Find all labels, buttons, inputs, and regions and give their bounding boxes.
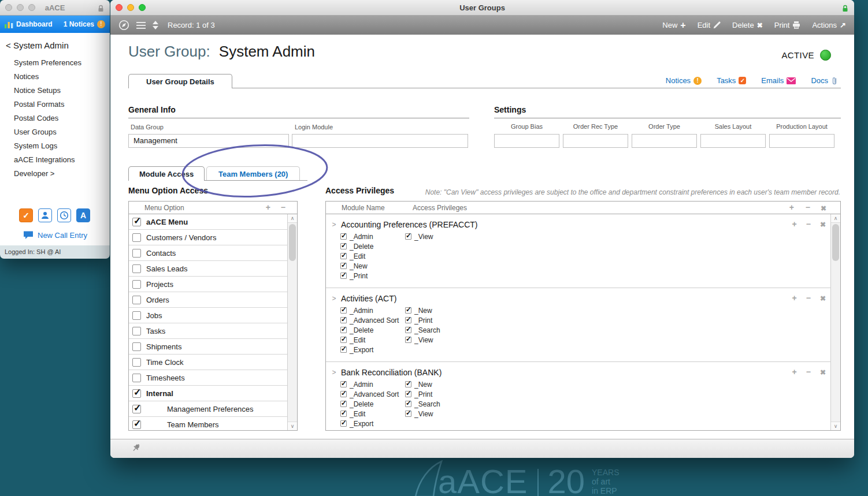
privilege-checkbox[interactable]: ✓: [405, 401, 411, 407]
previous-record-icon[interactable]: [153, 21, 158, 24]
menu-option-row-projects[interactable]: ✓ Projects: [129, 277, 287, 292]
minimize-window-button[interactable]: [17, 4, 24, 11]
privilege-delete[interactable]: ✓ _Delete: [340, 399, 405, 409]
zoom-window-button[interactable]: [139, 4, 146, 11]
privilege-advanced-sort[interactable]: ✓ _Advanced Sort: [340, 389, 405, 399]
list-view-icon[interactable]: [136, 22, 146, 29]
privilege-checkbox[interactable]: ✓: [340, 273, 347, 279]
menu-option-checkbox[interactable]: ✓: [132, 233, 141, 242]
menu-option-checkbox[interactable]: ✓: [132, 218, 141, 226]
privilege-checkbox[interactable]: ✓: [340, 420, 347, 427]
scrollbar-thumb[interactable]: [832, 224, 839, 261]
privilege-checkbox[interactable]: ✓: [405, 337, 411, 343]
scroll-down-button[interactable]: ∨: [288, 422, 297, 430]
privilege-checkbox[interactable]: ✓: [405, 411, 411, 417]
privilege-delete[interactable]: ✓ _Delete: [340, 241, 405, 251]
privilege-checkbox[interactable]: ✓: [405, 317, 411, 323]
scrollbar-thumb[interactable]: [289, 224, 296, 261]
sidebar-titlebar[interactable]: aACE: [0, 0, 110, 16]
sidebar-item-aace-integrations[interactable]: aACE Integrations: [0, 152, 110, 166]
record-stepper[interactable]: [153, 21, 158, 29]
privilege-new[interactable]: ✓ _New: [340, 261, 405, 271]
edit-button[interactable]: Edit: [698, 21, 721, 29]
privilege-view[interactable]: ✓ _View: [405, 409, 440, 419]
privilege-checkbox[interactable]: ✓: [340, 346, 347, 353]
data-group-field[interactable]: Management: [128, 134, 289, 148]
sidebar-item-notice-setups[interactable]: Notice Setups: [0, 83, 110, 97]
menu-option-row-internal[interactable]: ✓ Internal: [129, 386, 287, 401]
menu-option-checkbox[interactable]: ✓: [132, 420, 141, 429]
menu-option-row-management-preferences[interactable]: ✓ Management Preferences: [129, 401, 287, 417]
settings-field-sales-layout[interactable]: [700, 134, 766, 148]
tab-user-group-details[interactable]: User Group Details: [128, 74, 232, 88]
menu-option-checkbox[interactable]: ✓: [132, 264, 141, 273]
privilege-checkbox[interactable]: ✓: [340, 233, 347, 240]
privilege-checkbox[interactable]: ✓: [405, 307, 411, 314]
privilege-edit[interactable]: ✓ _Edit: [340, 251, 405, 261]
minimize-window-button[interactable]: [127, 4, 134, 11]
add-menu-option-button[interactable]: +: [266, 203, 270, 212]
menu-option-checkbox[interactable]: ✓: [132, 374, 141, 382]
privilege-print[interactable]: ✓ _Print: [405, 389, 440, 399]
menu-option-checkbox[interactable]: ✓: [132, 327, 141, 335]
delete-module-button[interactable]: ✖: [820, 219, 826, 229]
privilege-search[interactable]: ✓ _Search: [405, 399, 440, 409]
time-clock-icon[interactable]: [57, 208, 71, 222]
menu-option-checkbox[interactable]: ✓: [132, 342, 141, 351]
add-module-button[interactable]: +: [789, 203, 794, 212]
sidebar-item-postal-codes[interactable]: Postal Codes: [0, 111, 110, 125]
privilege-admin[interactable]: ✓ _Admin: [340, 305, 405, 315]
new-call-entry-link[interactable]: New Call Entry: [23, 230, 87, 240]
scroll-up-button[interactable]: ∧: [288, 214, 297, 223]
menu-option-checkbox[interactable]: ✓: [132, 358, 141, 367]
compass-icon[interactable]: [118, 20, 129, 31]
menu-option-row-orders[interactable]: ✓ Orders: [129, 292, 287, 308]
sidebar-item-postal-formats[interactable]: Postal Formats: [0, 97, 110, 111]
privilege-checkbox[interactable]: ✓: [340, 317, 347, 323]
privilege-checkbox[interactable]: ✓: [340, 243, 347, 249]
settings-field-group-bias[interactable]: [494, 134, 559, 148]
privilege-edit[interactable]: ✓ _Edit: [340, 335, 405, 345]
add-privilege-button[interactable]: +: [792, 367, 797, 376]
sidebar-item-notices[interactable]: Notices: [0, 69, 110, 83]
tasks-link[interactable]: Tasks ✓: [717, 76, 746, 85]
tasks-icon[interactable]: ✓: [19, 208, 33, 222]
privilege-checkbox[interactable]: ✓: [340, 327, 347, 333]
actions-button[interactable]: Actions ↗: [812, 21, 846, 29]
sidebar-item-user-groups[interactable]: User Groups: [0, 125, 110, 139]
zoom-window-button[interactable]: [28, 4, 35, 11]
disclosure-arrow-icon[interactable]: >: [329, 294, 339, 303]
privilege-checkbox[interactable]: ✓: [340, 391, 347, 397]
menu-option-checkbox[interactable]: ✓: [132, 389, 141, 398]
add-privilege-button[interactable]: +: [792, 219, 797, 229]
privilege-search[interactable]: ✓ _Search: [405, 325, 440, 335]
privilege-checkbox[interactable]: ✓: [405, 391, 411, 397]
privilege-delete[interactable]: ✓ _Delete: [340, 325, 405, 335]
system-admin-back-link[interactable]: < System Admin: [0, 33, 110, 55]
menu-option-checkbox[interactable]: ✓: [132, 249, 141, 258]
close-window-button[interactable]: [5, 4, 12, 11]
tab-module-access[interactable]: Module Access: [128, 166, 205, 181]
next-record-icon[interactable]: [153, 26, 158, 29]
notices-link[interactable]: Notices !: [666, 76, 702, 85]
remove-module-button[interactable]: −: [806, 203, 810, 212]
remove-privilege-button[interactable]: −: [806, 219, 811, 229]
privilege-export[interactable]: ✓ _Export: [340, 345, 405, 355]
privilege-checkbox[interactable]: ✓: [340, 337, 347, 343]
privilege-edit[interactable]: ✓ _Edit: [340, 409, 405, 419]
privilege-export[interactable]: ✓ _Export: [340, 419, 405, 428]
privilege-checkbox[interactable]: ✓: [405, 327, 411, 333]
dashboard-link[interactable]: Dashboard: [5, 20, 53, 28]
login-module-field[interactable]: [292, 134, 468, 148]
menu-option-row-time-clock[interactable]: ✓ Time Clock: [129, 355, 287, 370]
menu-option-checkbox[interactable]: ✓: [132, 296, 141, 304]
privilege-checkbox[interactable]: ✓: [340, 411, 347, 417]
privilege-print[interactable]: ✓ _Print: [340, 271, 405, 281]
window-titlebar[interactable]: User Groups: [110, 0, 854, 16]
contacts-icon[interactable]: [38, 208, 52, 222]
privilege-admin[interactable]: ✓ _Admin: [340, 232, 405, 241]
clear-modules-button[interactable]: ✖: [821, 204, 826, 213]
delete-module-button[interactable]: ✖: [820, 367, 826, 376]
privilege-checkbox[interactable]: ✓: [340, 307, 347, 314]
sidebar-item-system-logs[interactable]: System Logs: [0, 139, 110, 152]
